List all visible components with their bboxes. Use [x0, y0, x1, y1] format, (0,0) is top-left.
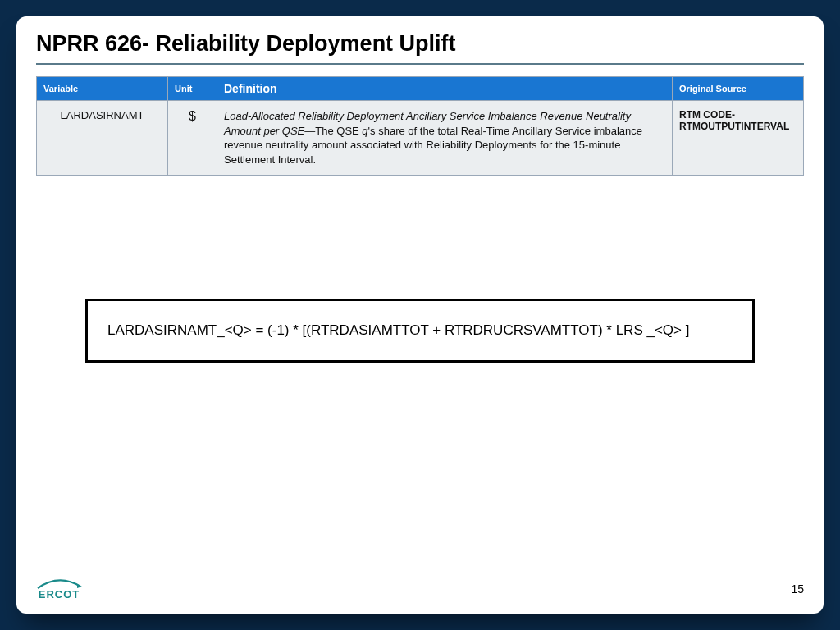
cell-source: RTM CODE-RTMOUTPUTINTERVAL [673, 101, 804, 176]
table-row: LARDASIRNAMT $ Load-Allocated Reliabilit… [37, 101, 804, 176]
cell-variable: LARDASIRNAMT [37, 101, 168, 176]
slide: NPRR 626- Reliability Deployment Uplift … [16, 16, 824, 614]
variable-table: Variable Unit Definition Original Source… [36, 76, 804, 176]
logo-text: ERCOT [39, 588, 80, 600]
th-variable: Variable [37, 77, 168, 101]
th-definition: Definition [217, 77, 673, 101]
footer: ERCOT 15 [16, 573, 824, 605]
cell-definition: Load-Allocated Reliability Deployment An… [217, 101, 673, 176]
svg-marker-0 [77, 584, 82, 588]
definition-q: q [362, 125, 368, 137]
table-header-row: Variable Unit Definition Original Source [37, 77, 804, 101]
page-number: 15 [791, 582, 804, 596]
formula-box: LARDASIRNAMT_<Q> = (-1) * [(RTRDASIAMTTO… [85, 299, 755, 363]
title-rule [36, 63, 804, 65]
logo-swoosh-icon [36, 578, 82, 590]
cell-unit: $ [168, 101, 217, 176]
logo: ERCOT [36, 578, 82, 600]
th-unit: Unit [168, 77, 217, 101]
definition-sep: —The QSE [304, 125, 362, 137]
th-source: Original Source [673, 77, 804, 101]
formula-text: LARDASIRNAMT_<Q> = (-1) * [(RTRDASIAMTTO… [107, 322, 689, 338]
page-title: NPRR 626- Reliability Deployment Uplift [36, 31, 804, 63]
